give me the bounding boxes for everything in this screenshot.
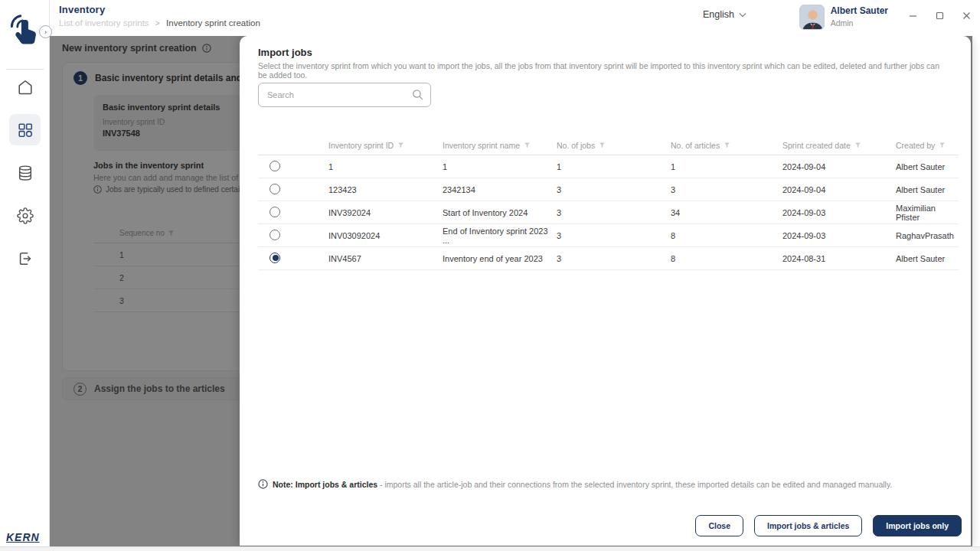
gear-icon: [17, 207, 34, 224]
import-sprints-table: Inventory sprint ID Inventory sprint nam…: [258, 135, 959, 270]
sidebar-item-home[interactable]: [9, 71, 41, 103]
row-radio[interactable]: [270, 207, 280, 217]
search-input[interactable]: [258, 83, 431, 107]
sprint-row[interactable]: 11112024-09-04Albert Sauter: [258, 155, 959, 178]
breadcrumb-current: Inventory sprint creation: [166, 18, 260, 28]
sidebar-item-inventory[interactable]: [9, 114, 41, 145]
kern-brand-logo: KERN: [6, 531, 40, 543]
database-icon: [17, 165, 34, 181]
row-radio[interactable]: [270, 184, 280, 194]
modal-title: Import jobs: [258, 47, 312, 58]
breadcrumb-separator-icon: >: [155, 18, 160, 28]
sidebar-divider: [6, 69, 44, 70]
column-header-no-of-jobs[interactable]: No. of jobs: [557, 141, 671, 150]
window-controls: [900, 0, 980, 31]
page-title: Inventory: [59, 4, 105, 15]
filter-icon: [524, 142, 531, 148]
sprint-row[interactable]: INV4567Inventory end of year 2023382024-…: [258, 247, 959, 270]
import-jobs-only-button[interactable]: Import jobs only: [873, 515, 962, 536]
search-icon: [411, 88, 424, 101]
column-header-sprint-created-date[interactable]: Sprint created date: [782, 141, 896, 150]
filter-icon: [599, 142, 606, 148]
sprint-row[interactable]: 1234232342134332024-09-04Albert Sauter: [258, 178, 959, 201]
table-header-row: Inventory sprint ID Inventory sprint nam…: [258, 135, 959, 155]
user-role: Admin: [831, 18, 888, 28]
filter-icon: [854, 142, 861, 148]
sprint-row[interactable]: INV03092024End of Inventory sprint 2023 …: [258, 224, 959, 247]
modal-subtitle: Select the inventory sprint from which y…: [258, 61, 948, 80]
sidebar-item-database[interactable]: [9, 157, 41, 188]
filter-icon: [724, 142, 730, 148]
sidebar-item-settings[interactable]: [9, 200, 41, 231]
language-label: English: [703, 9, 734, 20]
sidebar-expand-button[interactable]: ›: [39, 25, 52, 38]
close-button[interactable]: [953, 2, 980, 29]
column-header-created-by[interactable]: Created by: [896, 141, 959, 150]
close-modal-button[interactable]: Close: [695, 515, 743, 536]
import-jobs-modal: Import jobs Select the inventory sprint …: [240, 36, 971, 546]
maximize-button[interactable]: [926, 2, 953, 29]
import-jobs-articles-button[interactable]: Import jobs & articles: [754, 515, 862, 536]
breadcrumb-parent[interactable]: List of inventory sprints: [59, 18, 149, 28]
app-logo-click-hand-icon: [8, 9, 41, 52]
sprint-row[interactable]: INV392024Start of Inventory 20243342024-…: [258, 201, 959, 224]
modal-note: Note: Import jobs & articles - imports a…: [258, 479, 952, 489]
user-profile[interactable]: Albert Sauter Admin: [799, 5, 888, 30]
column-header-inventory-sprint-id[interactable]: Inventory sprint ID: [328, 141, 443, 150]
window-bottom-edge: [0, 546, 980, 551]
modal-actions: Close Import jobs & articles Import jobs…: [695, 515, 962, 536]
avatar: [799, 5, 825, 30]
logout-icon: [17, 250, 34, 267]
row-radio[interactable]: [270, 253, 280, 263]
sidebar: KERN: [0, 0, 50, 546]
filter-icon: [397, 142, 404, 148]
top-bar: Inventory List of inventory sprints > In…: [50, 0, 980, 36]
row-radio[interactable]: [270, 230, 280, 240]
user-name: Albert Sauter: [831, 5, 888, 16]
sidebar-item-logout[interactable]: [9, 243, 41, 274]
column-header-inventory-sprint-name[interactable]: Inventory sprint name: [443, 141, 557, 150]
home-icon: [17, 79, 34, 96]
row-radio[interactable]: [270, 161, 280, 171]
filter-icon: [939, 142, 946, 148]
column-header-no-of-articles[interactable]: No. of articles: [671, 141, 782, 150]
minimize-button[interactable]: [900, 2, 926, 29]
app-window: Inventory List of inventory sprints > In…: [0, 0, 980, 551]
search-box: [258, 83, 431, 107]
language-selector[interactable]: English: [703, 9, 746, 20]
dashboard-grid-icon: [17, 122, 34, 139]
chevron-down-icon: [739, 12, 746, 18]
breadcrumb: List of inventory sprints > Inventory sp…: [59, 18, 260, 28]
info-icon: [258, 479, 268, 489]
